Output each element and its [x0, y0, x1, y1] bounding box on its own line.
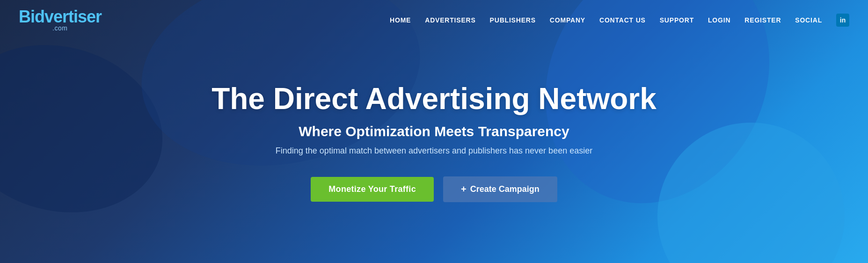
- nav-item-company[interactable]: COMPANY: [550, 16, 585, 24]
- hero-subtitle: Where Optimization Meets Transparency: [299, 124, 569, 139]
- hero-buttons: Monetize Your Traffic + Create Campaign: [311, 176, 557, 202]
- linkedin-icon[interactable]: in: [836, 14, 849, 27]
- hero-title: The Direct Advertising Network: [212, 82, 656, 115]
- nav-links: HOME ADVERTISERS PUBLISHERS COMPANY CONT…: [390, 14, 849, 27]
- nav-item-social[interactable]: SOCIAL: [795, 16, 822, 24]
- logo-main: Bidvertiser: [19, 8, 102, 25]
- create-campaign-label: Create Campaign: [470, 184, 540, 194]
- nav-item-support[interactable]: SUPPORT: [660, 16, 694, 24]
- hero-description: Finding the optimal match between advert…: [276, 146, 592, 156]
- create-campaign-button[interactable]: + Create Campaign: [443, 176, 557, 202]
- navbar: Bidvertiser .com HOME ADVERTISERS PUBLIS…: [0, 0, 868, 40]
- nav-item-register[interactable]: REGISTER: [744, 16, 781, 24]
- logo-sub: .com: [52, 24, 102, 32]
- nav-item-advertisers[interactable]: ADVERTISERS: [425, 16, 475, 24]
- nav-item-home[interactable]: HOME: [390, 16, 411, 24]
- hero-section: Bidvertiser .com HOME ADVERTISERS PUBLIS…: [0, 0, 868, 263]
- plus-icon: +: [461, 184, 467, 195]
- logo-area: Bidvertiser .com: [19, 8, 102, 32]
- nav-item-login[interactable]: LOGIN: [708, 16, 730, 24]
- nav-item-contact-us[interactable]: CONTACT US: [599, 16, 646, 24]
- hero-content: The Direct Advertising Network Where Opt…: [0, 40, 868, 263]
- nav-item-publishers[interactable]: PUBLISHERS: [490, 16, 536, 24]
- monetize-traffic-button[interactable]: Monetize Your Traffic: [311, 177, 434, 202]
- logo-text: Bidvertiser: [19, 7, 102, 26]
